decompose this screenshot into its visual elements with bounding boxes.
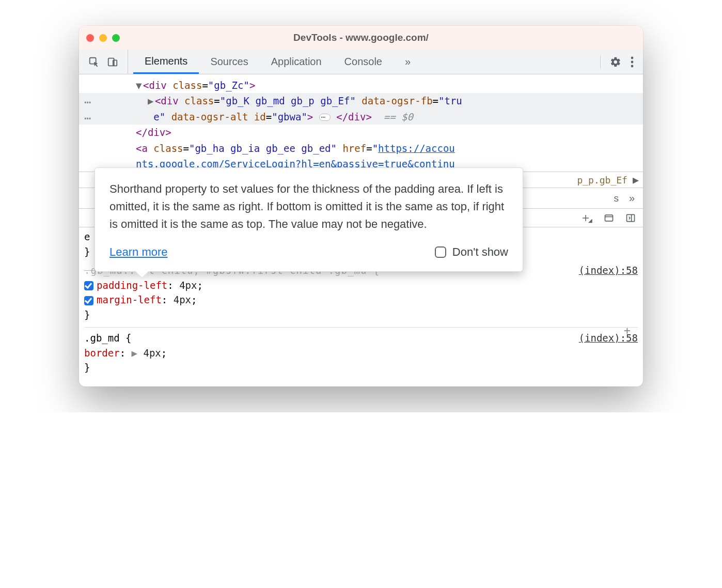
subtabs-overflow-icon[interactable]: » [629,192,635,204]
style-selector[interactable]: .gb_md { [84,331,638,346]
divider [600,55,601,69]
style-rule[interactable]: (index):58 .gb_mu.. st chitu, #gbsfw.fir… [84,263,638,322]
minimize-window-button[interactable] [99,34,107,42]
tab-sources[interactable]: Sources [199,50,259,74]
close-window-button[interactable] [86,34,94,42]
tabs-overflow-icon[interactable]: » [394,50,422,74]
devtools-window: DevTools - www.google.com/ Elements Sour… [79,26,643,386]
traffic-lights [86,34,120,42]
main-toolbar: Elements Sources Application Console » [79,50,643,74]
ellipsis-icon[interactable] [319,114,331,121]
dont-show-toggle[interactable]: Don't show [435,243,508,261]
svg-point-3 [631,56,634,59]
style-declaration[interactable]: margin-left: 4px; [84,292,638,307]
dom-node[interactable]: ▼<div class="gb_Zc"> [79,78,643,93]
style-declaration[interactable]: padding-left: 4px; [84,278,638,293]
expand-shorthand-icon[interactable]: ▶ [132,347,137,359]
learn-more-link[interactable]: Learn more [109,243,168,261]
style-brace: } [84,307,638,322]
dom-node-selected-cont[interactable]: e" data-ogsr-alt id="gbwa"> </div> == $0 [79,109,643,125]
dom-node-selected[interactable]: ▶<div class="gb_K gb_md gb_p gb_Ef" data… [79,93,643,109]
svg-rect-6 [605,215,613,221]
device-toggle-icon[interactable] [107,56,118,68]
css-property-tooltip: Shorthand property to set values for the… [95,167,523,272]
property-toggle-checkbox[interactable] [84,281,93,290]
breadcrumb-scroll-right-icon[interactable]: ▶ [633,174,639,186]
checkbox-icon[interactable] [435,246,446,258]
breadcrumb-item[interactable]: p_p.gb_Ef [577,175,627,185]
style-declaration[interactable]: border: ▶ 4px; [84,346,638,361]
dom-node-close[interactable]: </div> [79,125,643,140]
style-rule[interactable]: (index):58 .gb_md { border: ▶ 4px; } [84,327,638,375]
tab-elements[interactable]: Elements [133,50,199,74]
add-rule-icon[interactable]: ◢ [581,212,592,223]
style-source-link[interactable]: (index):58 [579,263,638,278]
dom-tree[interactable]: ▼<div class="gb_Zc"> ▶<div class="gb_K g… [79,74,643,172]
panel-tabs: Elements Sources Application Console » [128,50,591,74]
window-title: DevTools - www.google.com/ [79,32,643,43]
svg-point-5 [631,65,634,67]
svg-point-4 [631,60,634,63]
dom-node[interactable]: <a class="gb_ha gb_ia gb_ee gb_ed" href=… [79,141,643,156]
dont-show-label: Don't show [452,243,508,261]
add-property-icon[interactable]: + [624,322,631,339]
svg-rect-7 [627,214,635,221]
subtab-partial[interactable]: s [614,193,619,204]
inspect-icon[interactable] [88,56,100,68]
property-toggle-checkbox[interactable] [84,296,93,305]
tab-application[interactable]: Application [260,50,333,74]
more-vert-icon[interactable] [631,56,634,68]
style-brace: } [84,360,638,375]
tooltip-text: Shorthand property to set values for the… [109,180,508,233]
computed-styles-icon[interactable] [604,213,614,223]
gear-icon[interactable] [610,56,621,68]
titlebar: DevTools - www.google.com/ [79,26,643,50]
maximize-window-button[interactable] [112,34,120,42]
tab-console[interactable]: Console [333,50,394,74]
toggle-sidebar-icon[interactable] [625,213,636,223]
